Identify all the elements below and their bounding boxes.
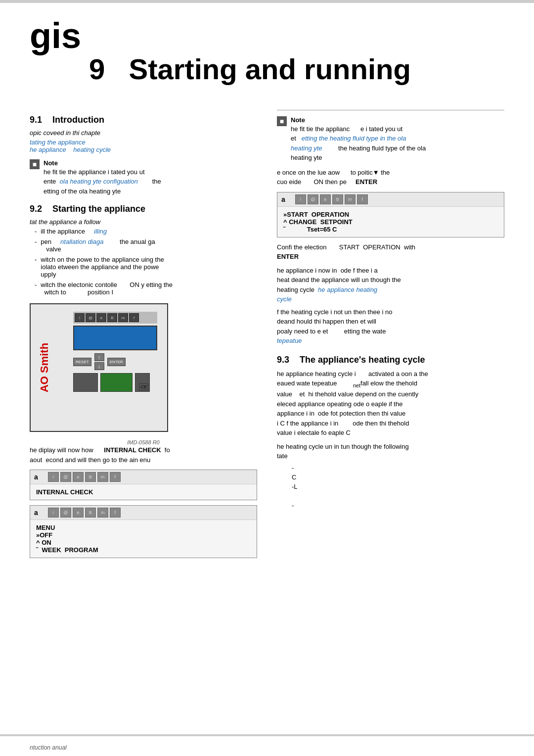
note-text-right: he fit tie the applianc e i tated you ut…: [291, 125, 426, 162]
lcd-icon-3-f: f: [357, 194, 368, 204]
section-9-3-text1: he appliance heating cycle i activated a…: [277, 369, 504, 438]
step-4: - witch the electonic contolle ON y etti…: [30, 281, 257, 296]
link-heating-type[interactable]: heating yte: [291, 144, 322, 152]
two-column-layout: 9.1 Introduction opic coveed in thi chap…: [30, 105, 504, 564]
note-icon-9-1: ■: [30, 159, 40, 169]
internal-check-description: he diplay will now how INTERNAL CHECK fo…: [30, 445, 257, 465]
lcd-icon-3-at: @: [308, 194, 318, 204]
chapter-title-text: Starting and running: [129, 53, 411, 85]
lcd-letter-2: a: [34, 509, 38, 517]
state-3: -L: [292, 483, 504, 490]
aosmith-logo-area: AO Smith: [35, 314, 54, 421]
section-9-1-number: 9.1: [30, 115, 42, 125]
lcd-icon-3-e: e: [320, 194, 331, 204]
lcd-icon-f: f: [110, 472, 121, 482]
section-9-2-title: Starting the appliance: [52, 204, 145, 214]
lcd-icon-b: B: [85, 472, 96, 482]
panel-icon-5: m: [118, 313, 128, 322]
lcd-icon-e: e: [73, 472, 84, 482]
step-2: - pen ntallation diaga the anual ga valv…: [30, 238, 257, 253]
panel-icon-4: B: [107, 313, 117, 322]
enter-label: ENTER: [277, 253, 299, 260]
section-9-2-intro: tat the appliance a follow: [30, 218, 257, 226]
start-op-line-2: ^ CHANGE SETPOINT: [283, 218, 498, 226]
ce-button: CE: [135, 373, 150, 392]
black-button-1: [73, 373, 98, 392]
section-9-1-title: Introduction: [52, 115, 104, 125]
link-ola-config[interactable]: ola heating yte configuation: [60, 178, 138, 185]
start-op-line-1: »START OPERATION: [283, 211, 498, 218]
topics-label: opic coveed in thi chapte: [30, 129, 257, 137]
lcd-icon-at: @: [60, 472, 71, 482]
link-starting-appliance[interactable]: tating the appliance: [30, 139, 257, 146]
lcd-body-menu: MENU »OFF ^ ON ˝ WEEK PROGRAM: [30, 520, 257, 558]
appliance-inner: AO Smith i @ e B m f: [31, 304, 167, 431]
note-box-right: ■ Note he fit tie the applianc e i tated…: [277, 115, 504, 163]
step-3: - witch on the powe to the appliance uin…: [30, 256, 257, 278]
link-appliance-heating-cycle[interactable]: he appliance heatingcycle: [277, 286, 377, 303]
lcd-icon-2-b: B: [85, 508, 96, 518]
note-box-9-1: ■ Note he fit tie the appliance i tated …: [30, 158, 257, 196]
link-heating-cycle[interactable]: he appliance heating cycle: [30, 146, 257, 153]
state-list: - C -L -: [292, 464, 504, 509]
arrow-buttons: ↑ ↓: [94, 353, 104, 370]
state-4: [292, 492, 504, 500]
lcd-icon-3-m: m: [345, 194, 356, 204]
section-9-2-header: 9.2 Starting the appliance: [30, 204, 257, 214]
state-5: -: [292, 502, 504, 509]
internal-check-text: INTERNAL CHECK: [36, 488, 93, 496]
note-text-9-1: he fit tie the appliance i tated you ut …: [44, 168, 161, 195]
page-container: gis 9 Starting and running 9.1 Introduct…: [0, 0, 534, 756]
link-installation-diag[interactable]: ntallation diaga: [60, 238, 103, 245]
lcd-letter-3: a: [281, 195, 285, 203]
panel-icon-2: @: [86, 313, 95, 322]
after-confirm-text2: f the heating cycle i not un then thee i…: [277, 307, 504, 346]
panel-icon-6: f: [129, 313, 139, 322]
note-content-9-1: Note he fit tie the appliance i tated yo…: [44, 158, 161, 196]
imd-number: IMD-0588 R0: [30, 439, 257, 445]
link-heating-fluid[interactable]: etting the heating fluid type in the ola: [302, 135, 406, 142]
instruction-text: e once on the lue aow to poitic▼ the cuo…: [277, 168, 504, 187]
note-icon-right: ■: [277, 116, 287, 126]
lcd-header-3: a i @ e B m f: [277, 192, 504, 207]
lcd-icon-2-m: m: [97, 508, 108, 518]
lcd-icon-2-at: @: [60, 508, 71, 518]
step-1: - ill the appliance illing: [30, 228, 257, 235]
bottom-buttons: CE: [73, 373, 157, 392]
menu-line-4: ˝ WEEK PROGRAM: [36, 546, 251, 554]
lcd-header-2: a i @ e B m f: [30, 506, 257, 520]
section-9-1-header: 9.1 Introduction: [30, 115, 257, 125]
chapter-title: 9 Starting and running: [89, 53, 504, 85]
lcd-menu: a i @ e B m f MENU »OFF ^ ON: [30, 505, 257, 558]
link-temperature[interactable]: tepeatue: [277, 337, 302, 344]
appliance-panel-area: i @ e B m f RESET: [73, 312, 157, 392]
lcd-body-start-op: »START OPERATION ^ CHANGE SETPOINT ˝ Tse…: [277, 207, 504, 237]
appliance-buttons: RESET ↑ ↓ ENTER: [73, 353, 157, 370]
reset-button: RESET: [73, 358, 91, 366]
ce-mark: CE: [139, 383, 148, 390]
menu-line-2: »OFF: [36, 531, 251, 539]
green-button: [100, 373, 133, 392]
lcd-icon-2-i: i: [48, 508, 59, 518]
lcd-icons-1: i @ e B m f: [48, 472, 121, 482]
footer-left-text: ntuction anual: [30, 744, 67, 751]
top-hr-line: [277, 110, 504, 110]
lcd-icon-3-i: i: [295, 194, 306, 204]
start-op-line-3: ˝ Tset=65 C: [283, 226, 498, 233]
link-filling[interactable]: illing: [94, 228, 107, 235]
lcd-header-1: a i @ e B m f: [30, 470, 257, 484]
enter-button: ENTER: [107, 358, 126, 366]
state-1: -: [292, 464, 504, 472]
note-content-right: Note he fit tie the applianc e i tated y…: [291, 115, 426, 163]
section-9-3-text2: he heating cycle un in tun though the fo…: [277, 442, 504, 461]
lcd-icon-m: m: [97, 472, 108, 482]
section-9-3-title: The appliance's heating cycle: [300, 355, 425, 365]
lcd-start-operation: a i @ e B m f »START OPERATION ^ CHANGE …: [277, 192, 504, 237]
chapter-prefix: gis: [30, 18, 504, 53]
lcd-icons-3: i @ e B m f: [295, 194, 368, 204]
section-9-3-header: 9.3 The appliance's heating cycle: [277, 355, 504, 365]
lcd-icon-2-f: f: [110, 508, 121, 518]
lcd-icons-2: i @ e B m f: [48, 508, 121, 518]
down-arrow: ↓: [94, 362, 104, 370]
section-9-2-number: 9.2: [30, 204, 42, 214]
